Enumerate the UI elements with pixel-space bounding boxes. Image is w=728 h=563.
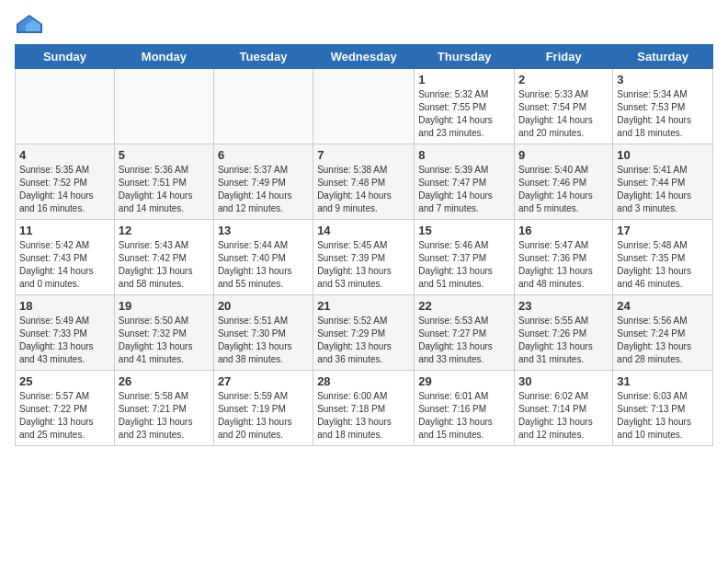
day-number: 22 bbox=[418, 299, 510, 313]
calendar-day-cell: 17Sunrise: 5:48 AM Sunset: 7:35 PM Dayli… bbox=[613, 220, 713, 295]
day-number: 18 bbox=[19, 299, 110, 313]
day-number: 3 bbox=[617, 73, 709, 86]
page-container: SundayMondayTuesdayWednesdayThursdayFrid… bbox=[0, 0, 728, 455]
calendar-day-cell bbox=[213, 69, 313, 144]
day-info: Sunrise: 5:43 AM Sunset: 7:42 PM Dayligh… bbox=[119, 239, 210, 291]
day-number: 29 bbox=[418, 374, 510, 388]
day-info: Sunrise: 5:41 AM Sunset: 7:44 PM Dayligh… bbox=[617, 164, 709, 215]
calendar-day-cell: 3Sunrise: 5:34 AM Sunset: 7:53 PM Daylig… bbox=[613, 69, 713, 144]
day-info: Sunrise: 5:33 AM Sunset: 7:54 PM Dayligh… bbox=[518, 88, 609, 140]
calendar-day-cell: 21Sunrise: 5:52 AM Sunset: 7:29 PM Dayli… bbox=[313, 295, 415, 371]
day-number: 7 bbox=[317, 148, 410, 162]
day-number: 16 bbox=[518, 224, 609, 237]
calendar-day-cell: 9Sunrise: 5:40 AM Sunset: 7:46 PM Daylig… bbox=[515, 144, 613, 220]
day-number: 23 bbox=[518, 299, 609, 313]
day-info: Sunrise: 5:56 AM Sunset: 7:24 PM Dayligh… bbox=[617, 315, 709, 366]
calendar-day-cell: 27Sunrise: 5:59 AM Sunset: 7:19 PM Dayli… bbox=[213, 371, 313, 446]
day-info: Sunrise: 6:00 AM Sunset: 7:18 PM Dayligh… bbox=[317, 390, 410, 442]
calendar-day-cell: 10Sunrise: 5:41 AM Sunset: 7:44 PM Dayli… bbox=[613, 144, 713, 220]
day-info: Sunrise: 5:59 AM Sunset: 7:19 PM Dayligh… bbox=[218, 390, 309, 442]
calendar-day-cell: 4Sunrise: 5:35 AM Sunset: 7:52 PM Daylig… bbox=[16, 144, 115, 220]
calendar-day-cell: 19Sunrise: 5:50 AM Sunset: 7:32 PM Dayli… bbox=[114, 295, 213, 371]
calendar-day-cell: 14Sunrise: 5:45 AM Sunset: 7:39 PM Dayli… bbox=[313, 220, 415, 295]
logo-icon bbox=[17, 15, 42, 33]
day-number: 8 bbox=[418, 148, 510, 162]
day-info: Sunrise: 5:48 AM Sunset: 7:35 PM Dayligh… bbox=[617, 239, 709, 291]
day-info: Sunrise: 5:57 AM Sunset: 7:22 PM Dayligh… bbox=[19, 390, 110, 442]
day-number: 13 bbox=[218, 224, 309, 237]
day-info: Sunrise: 5:37 AM Sunset: 7:49 PM Dayligh… bbox=[218, 164, 309, 215]
calendar-day-cell: 12Sunrise: 5:43 AM Sunset: 7:42 PM Dayli… bbox=[114, 220, 213, 295]
day-info: Sunrise: 5:58 AM Sunset: 7:21 PM Dayligh… bbox=[119, 390, 210, 442]
calendar-day-cell: 18Sunrise: 5:49 AM Sunset: 7:33 PM Dayli… bbox=[16, 295, 115, 371]
calendar-day-cell: 16Sunrise: 5:47 AM Sunset: 7:36 PM Dayli… bbox=[515, 220, 613, 295]
day-info: Sunrise: 5:40 AM Sunset: 7:46 PM Dayligh… bbox=[518, 164, 609, 215]
calendar: SundayMondayTuesdayWednesdayThursdayFrid… bbox=[15, 44, 713, 446]
day-number: 27 bbox=[218, 374, 309, 388]
day-number: 14 bbox=[317, 224, 410, 237]
day-number: 21 bbox=[317, 299, 410, 313]
day-info: Sunrise: 6:01 AM Sunset: 7:16 PM Dayligh… bbox=[418, 390, 510, 442]
calendar-week-row: 11Sunrise: 5:42 AM Sunset: 7:43 PM Dayli… bbox=[16, 220, 713, 295]
calendar-week-row: 1Sunrise: 5:32 AM Sunset: 7:55 PM Daylig… bbox=[16, 69, 713, 144]
day-number: 31 bbox=[617, 374, 709, 388]
day-number: 4 bbox=[19, 148, 110, 162]
day-info: Sunrise: 5:46 AM Sunset: 7:37 PM Dayligh… bbox=[418, 239, 510, 291]
calendar-day-cell: 31Sunrise: 6:03 AM Sunset: 7:13 PM Dayli… bbox=[613, 371, 713, 446]
day-info: Sunrise: 5:50 AM Sunset: 7:32 PM Dayligh… bbox=[119, 315, 210, 366]
calendar-day-cell: 29Sunrise: 6:01 AM Sunset: 7:16 PM Dayli… bbox=[415, 371, 515, 446]
logo-text bbox=[15, 15, 42, 33]
header bbox=[15, 15, 713, 33]
day-info: Sunrise: 5:32 AM Sunset: 7:55 PM Dayligh… bbox=[418, 88, 510, 140]
day-of-week-header: Monday bbox=[114, 45, 213, 69]
day-info: Sunrise: 6:03 AM Sunset: 7:13 PM Dayligh… bbox=[617, 390, 709, 442]
day-of-week-header: Thursday bbox=[415, 45, 515, 69]
calendar-day-cell: 13Sunrise: 5:44 AM Sunset: 7:40 PM Dayli… bbox=[213, 220, 313, 295]
day-info: Sunrise: 6:02 AM Sunset: 7:14 PM Dayligh… bbox=[518, 390, 609, 442]
day-info: Sunrise: 5:49 AM Sunset: 7:33 PM Dayligh… bbox=[19, 315, 110, 366]
calendar-week-row: 25Sunrise: 5:57 AM Sunset: 7:22 PM Dayli… bbox=[16, 371, 713, 446]
calendar-day-cell: 23Sunrise: 5:55 AM Sunset: 7:26 PM Dayli… bbox=[515, 295, 613, 371]
calendar-day-cell bbox=[313, 69, 415, 144]
day-number: 17 bbox=[617, 224, 709, 237]
day-number: 10 bbox=[617, 148, 709, 162]
day-number: 9 bbox=[518, 148, 609, 162]
logo bbox=[15, 15, 42, 33]
calendar-day-cell: 30Sunrise: 6:02 AM Sunset: 7:14 PM Dayli… bbox=[515, 371, 613, 446]
day-number: 12 bbox=[119, 224, 210, 237]
day-info: Sunrise: 5:34 AM Sunset: 7:53 PM Dayligh… bbox=[617, 88, 709, 140]
day-number: 24 bbox=[617, 299, 709, 313]
calendar-day-cell: 5Sunrise: 5:36 AM Sunset: 7:51 PM Daylig… bbox=[114, 144, 213, 220]
calendar-day-cell: 1Sunrise: 5:32 AM Sunset: 7:55 PM Daylig… bbox=[415, 69, 515, 144]
calendar-day-cell: 7Sunrise: 5:38 AM Sunset: 7:48 PM Daylig… bbox=[313, 144, 415, 220]
calendar-day-cell: 2Sunrise: 5:33 AM Sunset: 7:54 PM Daylig… bbox=[515, 69, 613, 144]
day-info: Sunrise: 5:44 AM Sunset: 7:40 PM Dayligh… bbox=[218, 239, 309, 291]
calendar-day-cell bbox=[114, 69, 213, 144]
day-number: 30 bbox=[518, 374, 609, 388]
calendar-week-row: 4Sunrise: 5:35 AM Sunset: 7:52 PM Daylig… bbox=[16, 144, 713, 220]
day-number: 25 bbox=[19, 374, 110, 388]
calendar-day-cell: 11Sunrise: 5:42 AM Sunset: 7:43 PM Dayli… bbox=[16, 220, 115, 295]
calendar-day-cell: 15Sunrise: 5:46 AM Sunset: 7:37 PM Dayli… bbox=[415, 220, 515, 295]
calendar-day-cell: 8Sunrise: 5:39 AM Sunset: 7:47 PM Daylig… bbox=[415, 144, 515, 220]
day-number: 2 bbox=[518, 73, 609, 86]
day-info: Sunrise: 5:35 AM Sunset: 7:52 PM Dayligh… bbox=[19, 164, 110, 215]
day-number: 28 bbox=[317, 374, 410, 388]
calendar-day-cell: 24Sunrise: 5:56 AM Sunset: 7:24 PM Dayli… bbox=[613, 295, 713, 371]
day-number: 6 bbox=[218, 148, 309, 162]
day-number: 19 bbox=[119, 299, 210, 313]
day-info: Sunrise: 5:53 AM Sunset: 7:27 PM Dayligh… bbox=[418, 315, 510, 366]
day-number: 5 bbox=[119, 148, 210, 162]
day-number: 20 bbox=[218, 299, 309, 313]
day-info: Sunrise: 5:36 AM Sunset: 7:51 PM Dayligh… bbox=[119, 164, 210, 215]
calendar-header-row: SundayMondayTuesdayWednesdayThursdayFrid… bbox=[16, 45, 713, 69]
day-info: Sunrise: 5:38 AM Sunset: 7:48 PM Dayligh… bbox=[317, 164, 410, 215]
day-of-week-header: Friday bbox=[515, 45, 613, 69]
calendar-day-cell: 22Sunrise: 5:53 AM Sunset: 7:27 PM Dayli… bbox=[415, 295, 515, 371]
calendar-day-cell: 28Sunrise: 6:00 AM Sunset: 7:18 PM Dayli… bbox=[313, 371, 415, 446]
day-info: Sunrise: 5:42 AM Sunset: 7:43 PM Dayligh… bbox=[19, 239, 110, 291]
calendar-day-cell: 6Sunrise: 5:37 AM Sunset: 7:49 PM Daylig… bbox=[213, 144, 313, 220]
day-of-week-header: Tuesday bbox=[213, 45, 313, 69]
calendar-day-cell: 26Sunrise: 5:58 AM Sunset: 7:21 PM Dayli… bbox=[114, 371, 213, 446]
day-of-week-header: Sunday bbox=[16, 45, 115, 69]
